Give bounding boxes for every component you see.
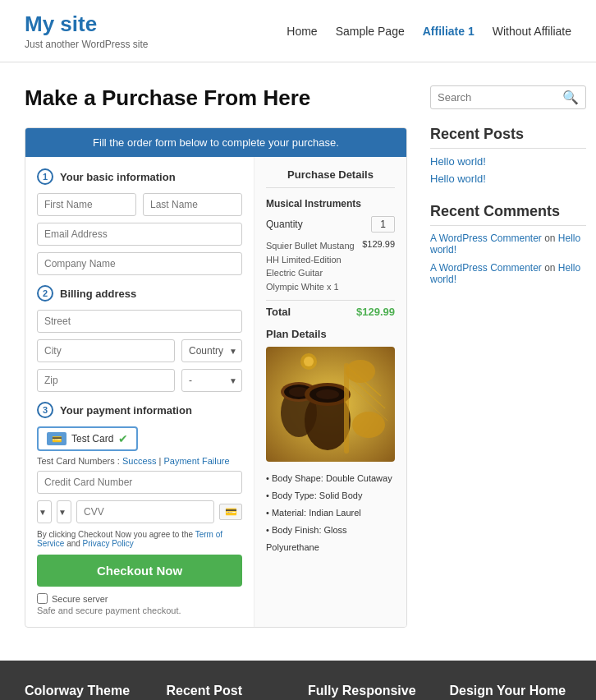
section3-label: Your payment information xyxy=(60,404,192,417)
secure-subtext: Safe and secure payment checkout. xyxy=(37,606,242,615)
nav-without-affiliate[interactable]: Without Affiliate xyxy=(493,25,571,38)
search-icon[interactable]: 🔍 xyxy=(562,90,579,105)
plan-features: • Body Shape: Double Cutaway • Body Type… xyxy=(266,470,395,555)
plan-title: Plan Details xyxy=(266,328,395,340)
comment-item-1: A WordPress Commenter on Hello world! xyxy=(430,233,586,256)
checkout-button[interactable]: Checkout Now xyxy=(37,555,242,587)
credit-card-icon: 💳 xyxy=(47,432,66,445)
section1-label: Your basic information xyxy=(60,171,176,183)
total-label: Total xyxy=(266,306,291,318)
year-select[interactable]: Year xyxy=(57,500,71,523)
qty-label: Quantity xyxy=(266,219,303,230)
recent-posts-section: Recent Posts Hello world! Hello world! xyxy=(430,126,586,185)
footer-col3-title: Fully Responsive xyxy=(308,684,430,698)
sidebar: 🔍 Recent Posts Hello world! Hello world!… xyxy=(430,85,586,628)
test-card-label: Test Card xyxy=(71,433,113,444)
first-name-input[interactable] xyxy=(37,193,136,216)
section2-num: 2 xyxy=(37,285,53,302)
agree-text: By clicking Checkout Now you agree to th… xyxy=(37,530,242,548)
test-card-info: Test Card Numbers : Success | Payment Fa… xyxy=(37,456,242,466)
page-title: Make a Purchase From Here xyxy=(25,85,407,111)
main-content: Make a Purchase From Here Fill the order… xyxy=(0,62,596,661)
cc-number-input[interactable] xyxy=(37,471,242,494)
payment-failure-link[interactable]: Payment Failure xyxy=(164,456,230,466)
purchase-details: Purchase Details Musical Instruments Qua… xyxy=(254,157,406,627)
section2-label: Billing address xyxy=(60,288,136,300)
zip-input[interactable] xyxy=(37,369,175,392)
footer-col3: Fully Responsive Colorway is a unique re… xyxy=(308,684,430,700)
recent-comments-title: Recent Comments xyxy=(430,203,586,226)
city-input[interactable] xyxy=(37,339,175,362)
product-section-label: Musical Instruments xyxy=(266,198,395,210)
form-fields: 1 Your basic information 2 xyxy=(25,157,254,627)
zip-select[interactable]: - xyxy=(181,369,242,392)
footer-col1: Colorway Theme Footer is widgetized. To … xyxy=(25,684,147,700)
section-payment: 3 Your payment information 💳 Test Card ✔ xyxy=(37,402,242,615)
section1-num: 1 xyxy=(37,168,53,185)
success-link[interactable]: Success xyxy=(122,456,157,466)
last-name-input[interactable] xyxy=(143,193,242,216)
section3-num: 3 xyxy=(37,402,53,418)
svg-point-14 xyxy=(352,412,385,438)
cvv-input[interactable] xyxy=(76,500,214,523)
test-card-button[interactable]: 💳 Test Card ✔ xyxy=(37,426,138,451)
svg-point-13 xyxy=(346,360,375,383)
site-tagline: Just another WordPress site xyxy=(25,39,149,50)
comment-author-1[interactable]: A WordPress Commenter xyxy=(430,233,542,244)
content-area: Make a Purchase From Here Fill the order… xyxy=(25,85,407,628)
recent-comments-section: Recent Comments A WordPress Commenter on… xyxy=(430,203,586,285)
purchase-title: Purchase Details xyxy=(266,168,395,188)
svg-point-16 xyxy=(304,357,314,366)
nav-home[interactable]: Home xyxy=(287,25,317,38)
section-billing: 2 Billing address Country ▼ xyxy=(37,285,242,392)
footer-col2-title: Recent Post xyxy=(167,684,289,698)
check-icon: ✔ xyxy=(118,432,128,445)
form-container: Fill the order form below to complete yo… xyxy=(25,127,407,628)
site-title: My site xyxy=(25,12,149,37)
footer-col2: Recent Post Worth A Thousand Words Categ… xyxy=(167,684,289,700)
main-nav: Home Sample Page Affiliate 1 Without Aff… xyxy=(287,25,571,38)
country-select[interactable]: Country xyxy=(181,339,242,362)
secure-checkbox[interactable] xyxy=(37,593,48,604)
post-link-2[interactable]: Hello world! xyxy=(430,173,586,185)
post-link-1[interactable]: Hello world! xyxy=(430,155,586,168)
privacy-link[interactable]: Privacy Policy xyxy=(83,539,134,548)
form-body: 1 Your basic information 2 xyxy=(25,157,406,627)
total-value: $129.99 xyxy=(356,306,395,318)
product-price: $129.99 xyxy=(362,239,395,293)
search-box: 🔍 xyxy=(430,85,586,109)
header: My site Just another WordPress site Home… xyxy=(0,0,596,62)
footer-col1-title: Colorway Theme xyxy=(25,684,147,698)
comment-item-2: A WordPress Commenter on Hello world! xyxy=(430,262,586,285)
svg-point-8 xyxy=(316,389,339,399)
search-input[interactable] xyxy=(438,91,562,104)
nav-sample-page[interactable]: Sample Page xyxy=(336,25,405,38)
company-input[interactable] xyxy=(37,252,242,275)
footer-col4: Design Your Home Express your creativity… xyxy=(450,684,572,700)
section-basic-info: 1 Your basic information xyxy=(37,168,242,275)
product-name: Squier Bullet Mustang HH Limited-Edition… xyxy=(266,239,357,293)
instrument-image xyxy=(266,347,395,462)
comment-author-2[interactable]: A WordPress Commenter xyxy=(430,262,542,274)
street-input[interactable] xyxy=(37,310,242,333)
qty-value: 1 xyxy=(371,216,395,233)
month-select[interactable]: Month xyxy=(37,500,52,523)
nav-affiliate1[interactable]: Affiliate 1 xyxy=(423,25,475,38)
form-header-bar: Fill the order form below to complete yo… xyxy=(25,128,406,157)
card-icon: 💳 xyxy=(219,504,242,520)
secure-label: Secure server xyxy=(52,594,108,604)
email-input[interactable] xyxy=(37,223,242,246)
recent-posts-title: Recent Posts xyxy=(430,126,586,149)
footer-main: Colorway Theme Footer is widgetized. To … xyxy=(0,661,596,700)
footer-col4-title: Design Your Home xyxy=(450,684,572,698)
